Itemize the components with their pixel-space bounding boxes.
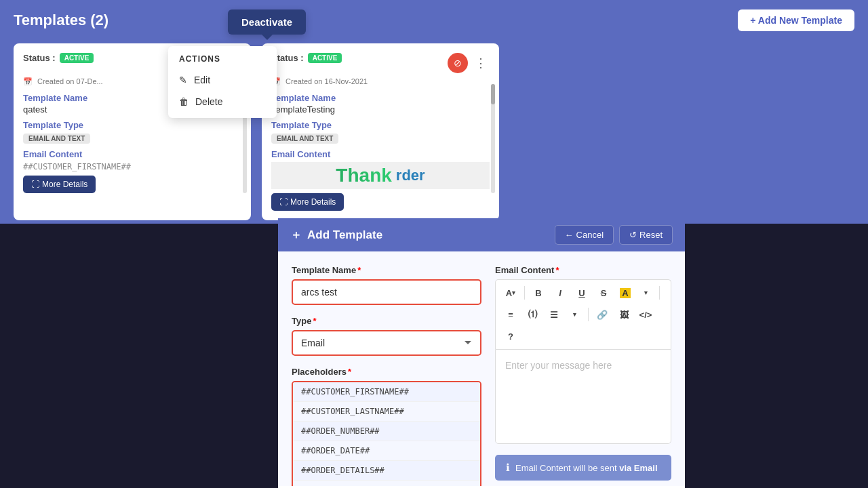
more-details-btn-1[interactable]: ⛶ More Details: [23, 176, 96, 193]
toolbar-image-btn[interactable]: 🖼: [614, 305, 633, 324]
reset-icon: ↺: [629, 230, 637, 240]
thank-preview-text: Thank: [336, 165, 391, 186]
card-2-created-date: 📅 Created on 16-Nov-2021: [271, 77, 490, 86]
toolbar-div-2: [659, 286, 660, 300]
template-name-value-2: TemplateTesting: [271, 104, 490, 115]
form-header: ＋ Add Template ← Cancel ↺ Reset: [278, 218, 685, 251]
toolbar-underline-btn[interactable]: U: [572, 283, 591, 302]
card-2-actions: ⊘ ⋮: [448, 53, 490, 73]
cards-container: Status : ACTIVE ⊘ ⋮ 📅 Created on 07-De..…: [14, 43, 854, 220]
placeholder-item-2[interactable]: ##CUSTOMER_LASTNAME##: [293, 402, 480, 422]
toolbar-align-group: ☰ ▾: [545, 305, 584, 324]
status-label-1: Status :: [23, 53, 56, 63]
editor-placeholder-text: Enter your message here: [505, 360, 612, 371]
info-message: Email Content will be sent via Email: [515, 463, 658, 473]
email-content-label-1: Email Content: [23, 149, 241, 159]
template-card-2: Status : ACTIVE ⊘ ⋮ 📅 Created on 16-Nov-…: [262, 43, 499, 220]
add-template-form: ＋ Add Template ← Cancel ↺ Reset Template…: [278, 218, 685, 488]
toolbar-ol-btn[interactable]: ⑴: [523, 305, 542, 324]
form-header-actions: ← Cancel ↺ Reset: [555, 225, 673, 245]
required-star-placeholders: *: [348, 367, 351, 377]
placeholder-item-6[interactable]: ##ORDER_TOTAL##: [293, 481, 480, 486]
more-options-btn-2[interactable]: ⋮: [472, 54, 490, 72]
required-star-email: *: [555, 265, 559, 275]
template-name-input[interactable]: [292, 279, 481, 305]
toolbar-highlight-group: A ▾: [616, 283, 655, 302]
reset-button[interactable]: ↺ Reset: [619, 225, 673, 245]
actions-dropdown: ACTIONS ✎ Edit 🗑 Delete: [168, 46, 277, 118]
email-content-group: Email Content* A▾ B I U S A ▾: [495, 265, 671, 444]
required-star-type: *: [313, 316, 316, 326]
deactivate-tooltip: Deactivate: [228, 9, 306, 35]
plus-icon: ＋: [290, 227, 302, 243]
top-header: Templates (2) + Add New Template: [14, 9, 854, 31]
email-preview-1: ##CUSTOMER_FIRSTNAME##: [23, 162, 241, 171]
toolbar-strikethrough-btn[interactable]: S: [594, 283, 613, 302]
template-type-label-2: Template Type: [271, 120, 490, 130]
email-image-preview-2: Thank rder: [271, 162, 490, 189]
edit-menu-item[interactable]: ✎ Edit: [168, 69, 277, 91]
template-type-label-1: Template Type: [23, 120, 241, 130]
email-info-banner: ℹ Email Content will be sent via Email: [495, 455, 671, 481]
card-2-header: Status : ACTIVE ⊘ ⋮: [271, 53, 490, 73]
order-preview-text: rder: [396, 167, 425, 184]
toolbar-link-btn[interactable]: 🔗: [593, 305, 612, 324]
delete-icon: 🗑: [179, 96, 189, 107]
arrow-left-icon: ←: [565, 230, 574, 240]
toolbar-align-btn[interactable]: ☰: [545, 305, 564, 324]
toolbar-code-btn[interactable]: </>: [636, 305, 655, 324]
card-2-status-line: Status : ACTIVE: [271, 53, 342, 63]
placeholders-box: ##CUSTOMER_FIRSTNAME## ##CUSTOMER_LASTNA…: [292, 381, 481, 486]
add-new-template-button[interactable]: + Add New Template: [738, 9, 854, 31]
expand-icon-2: ⛶: [279, 197, 288, 207]
form-title: ＋ Add Template: [290, 227, 382, 243]
type-group: Type* Email SMS Email and Text: [292, 316, 481, 356]
template-name-field-label: Template Name*: [292, 265, 481, 275]
toolbar-help-btn[interactable]: ?: [501, 327, 520, 346]
toolbar-div-3: [588, 308, 589, 321]
placeholder-item-3[interactable]: ##ORDER_NUMBER##: [293, 422, 480, 441]
toolbar-div-1: [524, 286, 525, 300]
more-details-btn-2[interactable]: ⛶ More Details: [271, 193, 344, 211]
status-badge-2: ACTIVE: [308, 53, 342, 63]
toolbar-ul-btn[interactable]: ≡: [501, 305, 520, 324]
toolbar-highlight-btn[interactable]: A: [616, 283, 635, 302]
placeholder-item-5[interactable]: ##ORDER_DETAILS##: [293, 461, 480, 481]
toolbar-italic-btn[interactable]: I: [551, 283, 570, 302]
toolbar-highlight-dropdown-btn[interactable]: ▾: [636, 283, 655, 302]
info-icon: ℹ: [506, 462, 510, 474]
edit-icon: ✎: [179, 75, 187, 85]
deactivate-btn-2[interactable]: ⊘: [448, 53, 468, 73]
placeholder-item-1[interactable]: ##CUSTOMER_FIRSTNAME##: [293, 382, 480, 402]
page-title: Templates (2): [14, 12, 108, 29]
template-type-badge-1: EMAIL AND TEXT: [23, 134, 90, 144]
type-select[interactable]: Email SMS Email and Text: [292, 330, 481, 356]
toolbar-style-group: A▾: [501, 283, 520, 302]
scroll-bar-2[interactable]: [491, 84, 495, 193]
expand-icon-1: ⛶: [31, 180, 39, 189]
actions-label: ACTIONS: [168, 52, 277, 69]
toolbar-bold-btn[interactable]: B: [529, 283, 548, 302]
required-star-name: *: [357, 265, 361, 275]
toolbar-align-dropdown-btn[interactable]: ▾: [565, 305, 584, 324]
editor-toolbar: A▾ B I U S A ▾ ≡ ⑴ ☰ ▾: [495, 279, 671, 349]
card-1-status-line: Status : ACTIVE: [23, 53, 94, 63]
top-section: Templates (2) + Add New Template Status …: [0, 0, 868, 224]
placeholders-field-label: Placeholders*: [292, 367, 481, 377]
template-name-group: Template Name*: [292, 265, 481, 305]
placeholder-item-4[interactable]: ##ORDER_DATE##: [293, 441, 480, 461]
form-right-column: Email Content* A▾ B I U S A ▾: [495, 265, 671, 472]
email-content-field-label: Email Content*: [495, 265, 671, 275]
calendar-icon-1: 📅: [23, 77, 33, 85]
delete-menu-item[interactable]: 🗑 Delete: [168, 91, 277, 113]
email-content-editor[interactable]: Enter your message here: [495, 349, 671, 444]
cancel-button[interactable]: ← Cancel: [555, 225, 614, 245]
form-left-column: Template Name* Type* Email SMS Email and…: [292, 265, 481, 472]
template-name-label-2: Template Name: [271, 93, 490, 103]
placeholders-group: Placeholders* ##CUSTOMER_FIRSTNAME## ##C…: [292, 367, 481, 486]
toolbar-style-btn[interactable]: A▾: [501, 283, 520, 302]
type-field-label: Type*: [292, 316, 481, 326]
template-type-badge-2: EMAIL AND TEXT: [271, 134, 338, 144]
form-body: Template Name* Type* Email SMS Email and…: [278, 251, 685, 486]
status-badge-1: ACTIVE: [60, 53, 94, 63]
